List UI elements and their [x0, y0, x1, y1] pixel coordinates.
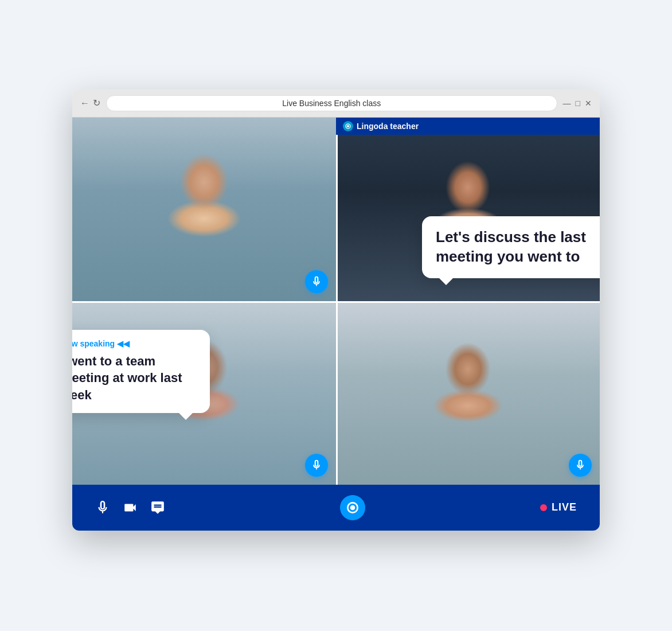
- refresh-button[interactable]: ↻: [93, 98, 100, 108]
- video-cell-student-2: Now speaking ◀◀ I went to a team meeting…: [72, 301, 336, 485]
- teacher-banner: Lingoda teacher: [336, 118, 600, 135]
- teacher-label: Lingoda teacher: [357, 122, 419, 131]
- address-bar[interactable]: Live Business English class: [106, 95, 557, 111]
- lingoda-logo-button[interactable]: [340, 495, 365, 520]
- browser-nav: ← ↻: [80, 98, 100, 108]
- lingoda-mini-icon: [345, 123, 351, 130]
- back-button[interactable]: ←: [80, 98, 89, 108]
- mic-icon-3: [575, 459, 586, 471]
- mic-control-icon: [95, 500, 110, 515]
- browser-window: ← ↻ Live Business English class — □ ✕: [72, 89, 600, 531]
- window-controls: — □ ✕: [563, 99, 592, 108]
- svg-point-3: [350, 505, 355, 510]
- speech-wave-icon: ◀◀: [117, 339, 130, 348]
- controls-left: [95, 500, 165, 515]
- browser-chrome: ← ↻ Live Business English class — □ ✕: [72, 89, 600, 118]
- live-indicator-dot: [540, 504, 547, 511]
- mic-icon-2: [311, 459, 322, 471]
- mic-button-student-1[interactable]: [305, 270, 328, 293]
- lingoda-logo-icon: [345, 500, 360, 515]
- video-cell-student-3: [336, 301, 600, 485]
- teacher-icon: [343, 121, 353, 131]
- teacher-speech-text: Let's discuss the last meeting you went …: [436, 228, 600, 267]
- chat-control-button[interactable]: [150, 500, 165, 515]
- close-button[interactable]: ✕: [585, 99, 592, 108]
- now-speaking-label: Now speaking ◀◀: [72, 339, 198, 348]
- video-cell-student-1: [72, 118, 336, 301]
- student-speech-bubble: Now speaking ◀◀ I went to a team meeting…: [72, 330, 210, 413]
- live-label: LIVE: [552, 501, 577, 513]
- video-cell-teacher: Lingoda teacher Let's discuss the last m…: [336, 118, 600, 301]
- student-speech-text: I went to a team meeting at work last we…: [72, 353, 198, 404]
- person-avatar-3: [336, 301, 600, 485]
- camera-control-icon: [123, 500, 138, 515]
- video-grid: Lingoda teacher Let's discuss the last m…: [72, 118, 600, 485]
- mic-icon-1: [311, 276, 322, 287]
- live-badge: LIVE: [540, 501, 577, 513]
- grid-divider-horizontal: [72, 301, 600, 303]
- mic-control-button[interactable]: [95, 500, 110, 515]
- mic-button-student-2[interactable]: [305, 454, 328, 477]
- minimize-button[interactable]: —: [563, 99, 571, 108]
- svg-point-1: [347, 125, 349, 127]
- teacher-speech-bubble: Let's discuss the last meeting you went …: [422, 216, 600, 278]
- person-avatar-1: [72, 118, 336, 301]
- mic-button-student-3[interactable]: [569, 454, 592, 477]
- maximize-button[interactable]: □: [576, 99, 580, 108]
- chat-control-icon: [150, 500, 165, 515]
- camera-control-button[interactable]: [123, 500, 138, 515]
- control-bar: LIVE: [72, 485, 600, 531]
- now-speaking-text: Now speaking: [72, 339, 115, 348]
